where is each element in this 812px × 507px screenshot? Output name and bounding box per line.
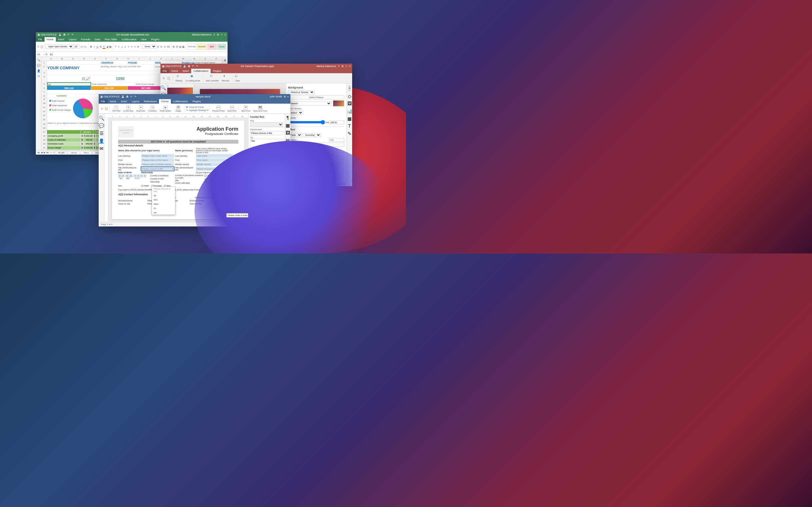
visa-status-field[interactable]: Current UK visa status,if applicable (204, 181, 241, 183)
home-street-field[interactable]: Number/street (190, 200, 240, 202)
column-headers[interactable]: ABCDEFGHIJKLMNOP (42, 57, 222, 61)
strike-icon[interactable]: S (99, 45, 102, 49)
middle-names-field[interactable]: Please enter a Middle names (141, 163, 174, 166)
bg-color-swatch[interactable] (275, 184, 283, 187)
tab-plugins[interactable]: Plugins (211, 69, 223, 73)
list-item[interactable]: Mrs (250, 162, 278, 166)
coedit-button[interactable]: 👥Co-editing Mode (185, 74, 201, 82)
zoom-in-icon[interactable]: ＋ (348, 182, 350, 186)
cell-settings-icon[interactable]: ▦ (223, 59, 226, 62)
save-form-button[interactable]: 💾Save as a Form (252, 105, 268, 112)
move-down-icon[interactable]: ˅ (279, 170, 283, 173)
font-select[interactable]: Open Sans Semibold (46, 45, 73, 49)
wrap-icon[interactable]: ↲ (124, 45, 127, 49)
comments-icon[interactable]: 💬 (37, 64, 40, 67)
sheet-tab-2[interactable]: Hand2 (68, 151, 80, 154)
preview-button[interactable]: Preview (288, 143, 344, 147)
dob-m1[interactable]: M (125, 174, 129, 177)
prev-middle-names-field[interactable]: Middle names (196, 163, 233, 166)
horizontal-ruler[interactable]: 123456789101112131415161718 (104, 114, 248, 118)
style-neutral[interactable]: Neutral (197, 44, 206, 50)
page-indicator[interactable]: Page 1 of 6 (101, 223, 112, 226)
search-icon[interactable]: 🔍 (37, 59, 40, 62)
first-name-field[interactable]: Please enter a First name (141, 158, 174, 162)
align-ctr-icon[interactable]: ≡ (131, 45, 133, 49)
align-left-icon[interactable]: ≡ (127, 45, 130, 49)
lock-button[interactable]: 🔒Lock (250, 200, 283, 202)
prev-sheet-icon[interactable]: ◀ (41, 151, 43, 154)
sheet-list-icon[interactable]: ≡ (53, 151, 55, 154)
print-icon[interactable]: 🖶 (63, 33, 66, 36)
undo-icon[interactable]: ↶ (130, 95, 133, 98)
effect-easing-select[interactable]: Smoothly (303, 133, 321, 137)
prev-field-button[interactable]: ⟵Previous Field (211, 105, 225, 112)
style-bad[interactable]: Bad (207, 44, 216, 50)
merge-icon[interactable]: ⬌ (137, 45, 140, 49)
tab-collab[interactable]: Collaboration (191, 69, 211, 73)
fit-width-icon[interactable]: ⇔ (327, 183, 329, 185)
clear-fields-button[interactable]: ✖ Clear All Fields (186, 106, 208, 108)
spellcheck-icon[interactable]: ✔ (318, 183, 320, 185)
print-icon[interactable]: 🖶 (126, 95, 129, 98)
menu-icon[interactable]: ≡ (224, 33, 226, 36)
fit-page-icon[interactable]: ▭ (261, 223, 264, 226)
first-sheet-icon[interactable]: ⏮ (38, 151, 40, 154)
chart-settings-icon[interactable]: 📊 (285, 153, 291, 158)
add-sheet-icon[interactable]: ＋ (50, 151, 52, 154)
add-option-icon[interactable]: ＋ (279, 152, 283, 157)
required-checkbox[interactable]: Required (250, 191, 283, 195)
dropdown-option[interactable]: Miss (152, 202, 175, 206)
text-settings-icon[interactable]: T (348, 124, 351, 129)
delete-cell-icon[interactable]: ⊟ (175, 45, 179, 49)
tab-collab[interactable]: Collaboration (119, 37, 139, 42)
feedback-icon[interactable]: ✉ (100, 146, 103, 151)
sheet-tab-plan[interactable]: PLAN (56, 151, 67, 154)
print-icon[interactable]: 🖶 (188, 65, 190, 68)
open-icon[interactable]: ⧉ (217, 33, 219, 36)
save-icon[interactable]: 💾 (183, 65, 186, 68)
copy-icon[interactable]: ⎘ (37, 45, 40, 49)
style-normal[interactable]: Normal (187, 44, 197, 50)
dropdown-option[interactable]: etc (152, 210, 175, 215)
redo-icon[interactable]: ↷ (134, 95, 137, 98)
dob-y1[interactable]: Y (133, 174, 137, 177)
delay-input[interactable] (329, 153, 344, 157)
sharing-button[interactable]: 🔗Sharing (174, 74, 183, 82)
tab-file[interactable]: File (160, 69, 169, 73)
headings-icon[interactable]: ☰ (100, 131, 103, 136)
formula-input[interactable] (49, 53, 227, 56)
table-settings-icon[interactable]: ▦ (286, 123, 290, 128)
select-picture-button[interactable]: Select Picture (288, 95, 344, 100)
image-settings-icon[interactable]: 🖼 (347, 101, 352, 106)
start-on-click-checkbox[interactable]: Start On Click (288, 148, 344, 151)
text-color-icon[interactable]: A (103, 45, 105, 49)
shape-settings-icon[interactable]: ◇ (348, 94, 351, 99)
checkbox-button[interactable]: ☑Checkbox (147, 105, 158, 112)
remove-button[interactable]: 🗑Remove (221, 74, 231, 82)
signature-icon[interactable]: ✎ (348, 131, 351, 136)
undo-icon[interactable]: ↶ (67, 33, 70, 36)
paste-icon[interactable]: 📋 (40, 45, 43, 49)
tab-home[interactable]: Home (169, 69, 181, 73)
number-format[interactable]: General (142, 45, 156, 49)
title-combo-box[interactable]: Please choose a title▾ (141, 167, 174, 171)
visa-no-radio[interactable]: No (213, 174, 218, 177)
star-icon[interactable]: ☆ (345, 65, 347, 68)
dropdown-option[interactable]: Please choose a title (152, 187, 175, 193)
underline-icon[interactable]: U (96, 45, 99, 49)
paragraph-settings-icon[interactable]: ¶ (287, 115, 289, 121)
align-bot-icon[interactable]: ⤓ (121, 45, 123, 49)
tab-collab[interactable]: Collaboration (171, 99, 190, 104)
lang-indicator[interactable]: English (United States) (293, 183, 316, 185)
chart-settings-icon[interactable]: 📊 (347, 108, 352, 114)
align-mid-icon[interactable]: ≡ (117, 45, 120, 49)
tab-insert[interactable]: Insert (56, 37, 67, 42)
tab-home[interactable]: Home (107, 99, 119, 104)
slide-settings-icon[interactable]: ▫ (348, 85, 351, 91)
percent-icon[interactable]: % (160, 45, 163, 49)
document-page[interactable]: UNIVERSITY LOGO Application Form Postgra… (112, 121, 245, 219)
tab-data[interactable]: Data (93, 37, 102, 42)
dropdown-option[interactable]: Mr (152, 193, 175, 198)
dob-m2[interactable]: M (129, 174, 133, 177)
tab-layout[interactable]: Layout (66, 37, 79, 42)
